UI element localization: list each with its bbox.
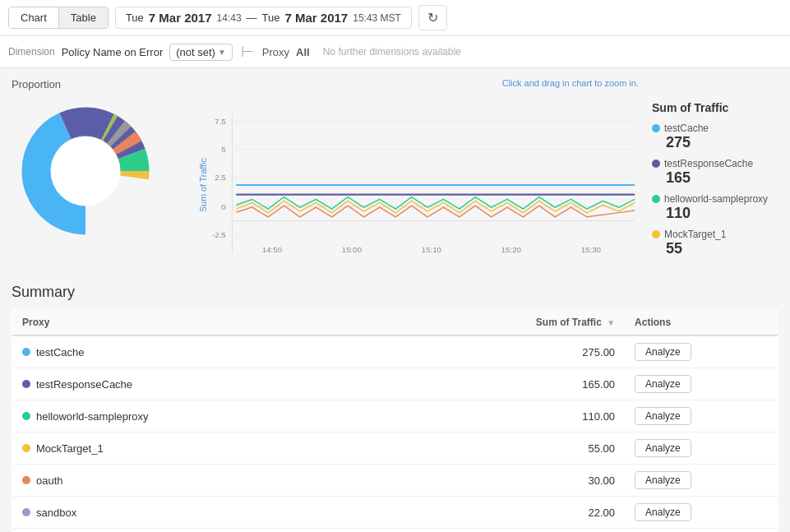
- legend-dot-2: [652, 195, 660, 203]
- cell-traffic-2: 110.00: [395, 400, 626, 433]
- svg-text:14:50: 14:50: [262, 245, 283, 254]
- dimension-label: Dimension: [8, 46, 55, 58]
- cell-traffic-3: 55.00: [395, 433, 626, 465]
- proxy-dot-1: [22, 380, 30, 388]
- cell-proxy-2: helloworld-sampleproxy: [12, 400, 395, 433]
- legend-dot-1: [652, 160, 660, 168]
- top-bar: Chart Table Tue 7 Mar 2017 14:43 — Tue 7…: [0, 0, 790, 36]
- legend-item-0: testCache 275: [652, 123, 778, 151]
- proxy-dot-0: [22, 348, 30, 356]
- cell-traffic-4: 30.00: [395, 465, 626, 497]
- legend-value-2: 110: [666, 205, 778, 222]
- hierarchy-icon: ⊢: [241, 43, 254, 61]
- table-row: testResponseCache 165.00 Analyze: [12, 368, 778, 400]
- cell-traffic-6: 16.00: [395, 529, 626, 533]
- main-content: Proportion: [0, 68, 790, 532]
- col-header-traffic[interactable]: Sum of Traffic ▼: [395, 310, 626, 336]
- proxy-name-0: testCache: [36, 346, 85, 359]
- proxy-dot-3: [22, 444, 30, 452]
- table-tab[interactable]: Table: [59, 7, 108, 28]
- proxy-name-4: oauth: [36, 474, 63, 487]
- legend-title: Sum of Traffic: [652, 101, 778, 114]
- svg-text:15:30: 15:30: [581, 245, 602, 254]
- analyze-button-2[interactable]: Analyze: [635, 407, 691, 425]
- legend-dot-3: [652, 230, 660, 238]
- legend-value-3: 55: [666, 240, 778, 257]
- start-time: 14:43: [217, 12, 242, 24]
- charts-row: Proportion: [12, 78, 778, 264]
- table-row: sandbox 22.00 Analyze: [12, 497, 778, 529]
- proxy-name-5: sandbox: [36, 507, 76, 519]
- svg-text:15:20: 15:20: [501, 245, 522, 254]
- zoom-hint: Click and drag in chart to zoom in.: [502, 78, 639, 88]
- cell-proxy-0: testCache: [12, 335, 395, 368]
- proxy-name-1: testResponseCache: [36, 378, 132, 391]
- summary-table: Proxy Sum of Traffic ▼ Actions testCache…: [12, 309, 778, 532]
- analyze-button-1[interactable]: Analyze: [635, 375, 691, 393]
- legend-name-2: helloworld-sampleproxy: [652, 193, 778, 205]
- col-traffic-label: Sum of Traffic: [536, 317, 602, 328]
- table-header-row: Proxy Sum of Traffic ▼ Actions: [12, 310, 778, 336]
- all-filter-link[interactable]: All: [296, 46, 310, 58]
- cell-actions-6: Analyze: [625, 529, 778, 533]
- chart-tab[interactable]: Chart: [9, 7, 59, 28]
- date-range-selector[interactable]: Tue 7 Mar 2017 14:43 — Tue 7 Mar 2017 15…: [115, 7, 412, 29]
- cell-proxy-3: MockTarget_1: [12, 433, 395, 465]
- cell-proxy-5: sandbox: [12, 497, 395, 529]
- svg-text:-2.5: -2.5: [212, 230, 226, 239]
- no-dimensions-text: No further dimensions available: [323, 46, 461, 58]
- end-time: 15:43 MST: [353, 12, 401, 24]
- dropdown-arrow-icon: ▼: [218, 48, 226, 57]
- legend-item-3: MockTarget_1 55: [652, 229, 778, 257]
- legend-name-1: testResponseCache: [652, 158, 778, 169]
- table-row: mgmtapi 16.00 Analyze: [12, 529, 778, 533]
- end-date: 7 Mar 2017: [284, 11, 348, 25]
- table-row: MockTarget_1 55.00 Analyze: [12, 433, 778, 465]
- proxy-filter-link[interactable]: Proxy: [262, 46, 289, 58]
- line-chart-section: Click and drag in chart to zoom in. 7.5 …: [176, 78, 639, 264]
- cell-traffic-1: 165.00: [395, 368, 626, 400]
- end-day: Tue: [262, 12, 280, 24]
- legend-item-1: testResponseCache 165: [652, 158, 778, 187]
- cell-actions-1: Analyze: [625, 368, 778, 400]
- cell-actions-0: Analyze: [625, 335, 778, 368]
- legend-label-3: MockTarget_1: [664, 229, 726, 240]
- col-header-actions: Actions: [625, 310, 778, 336]
- analyze-button-0[interactable]: Analyze: [635, 343, 691, 361]
- table-row: oauth 30.00 Analyze: [12, 465, 778, 497]
- svg-text:Sum of Traffic: Sum of Traffic: [198, 158, 208, 212]
- svg-text:7.5: 7.5: [215, 117, 225, 126]
- sort-arrow-icon: ▼: [607, 318, 615, 327]
- start-day: Tue: [126, 12, 144, 24]
- legend-label-0: testCache: [664, 123, 709, 134]
- cell-proxy-6: mgmtapi: [12, 529, 395, 533]
- proxy-dot-5: [22, 508, 30, 516]
- filter-bar: Dimension Policy Name on Error (not set)…: [0, 36, 790, 68]
- cell-proxy-1: testResponseCache: [12, 368, 395, 400]
- policy-name-filter: Policy Name on Error: [62, 46, 164, 58]
- analyze-button-4[interactable]: Analyze: [635, 471, 691, 489]
- legend-item-2: helloworld-sampleproxy 110: [652, 193, 778, 222]
- summary-title: Summary: [12, 284, 778, 301]
- not-set-dropdown[interactable]: (not set) ▼: [169, 44, 233, 61]
- legend-section: Sum of Traffic testCache 275 testRespons…: [639, 78, 778, 264]
- legend-dot-0: [652, 124, 660, 132]
- proxy-dot-2: [22, 412, 30, 420]
- svg-text:0: 0: [221, 202, 226, 211]
- analyze-button-3[interactable]: Analyze: [635, 439, 691, 457]
- donut-chart: [12, 97, 159, 245]
- start-date: 7 Mar 2017: [149, 11, 212, 25]
- legend-value-0: 275: [666, 134, 778, 151]
- svg-point-7: [51, 136, 120, 206]
- svg-text:15:00: 15:00: [342, 245, 363, 254]
- view-tabs: Chart Table: [8, 7, 109, 29]
- svg-text:2.5: 2.5: [215, 173, 225, 182]
- refresh-button[interactable]: ↻: [418, 5, 447, 30]
- line-chart[interactable]: 7.5 5 2.5 0 -2.5 14:50 15:00 1: [192, 95, 639, 259]
- legend-name-3: MockTarget_1: [652, 229, 778, 240]
- svg-text:15:10: 15:10: [422, 245, 442, 254]
- legend-name-0: testCache: [652, 123, 778, 134]
- cell-actions-5: Analyze: [625, 497, 778, 529]
- cell-actions-4: Analyze: [625, 465, 778, 497]
- analyze-button-5[interactable]: Analyze: [635, 503, 691, 521]
